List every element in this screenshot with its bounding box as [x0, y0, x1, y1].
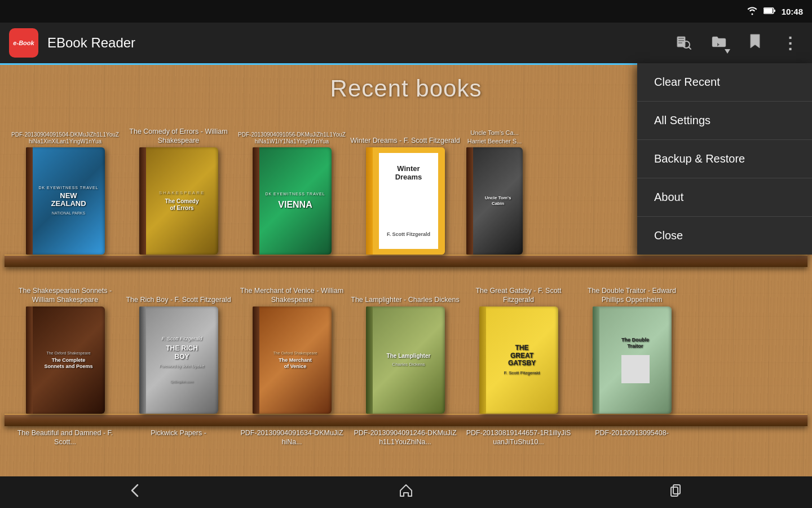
bookmark-button[interactable] [742, 28, 769, 58]
book-title: Pickwick Papers - [123, 426, 233, 437]
book-cover: The DoubleTraitor [593, 306, 672, 414]
book-cover: The Oxford Shakespeare The CompleteSonne… [26, 306, 105, 414]
book-title: The Rich Boy - F. Scott Fitzgerald [126, 277, 231, 306]
recents-button[interactable] [646, 478, 707, 506]
app-bar: e-Book EBook Reader ⋮ [0, 23, 812, 63]
book-title: The Comedy of Errors - William Shakespea… [123, 118, 233, 147]
wifi-icon [747, 6, 758, 17]
status-bar: 10:48 [0, 0, 812, 23]
book-cover: DK EYEWITNESS TRAVEL NEWZEALAND NATIONAL… [26, 147, 105, 255]
book-item[interactable]: PDF-20130904091056-DKMuJiZh1L1YouZhiNa1W… [237, 118, 347, 255]
shelf-board-1 [5, 255, 807, 267]
menu-item-all-settings[interactable]: All Settings [637, 102, 812, 140]
home-button[interactable] [376, 478, 436, 506]
book-cover: WinterDreams F. Scott Fitzgerald [366, 147, 445, 255]
book-cover: SHAKESPEARE The Comedyof Errors [139, 147, 218, 255]
book-title: Uncle Tom's Ca... Harriet Beecher S... [464, 118, 526, 147]
book-cover: DK EYEWITNESS TRAVEL VIENNA [253, 147, 332, 255]
book-cover: Uncle Tom'sCabin [466, 147, 523, 255]
book-title: PDF-20130904091246-DKMuJiZh1L1YouZhiNa..… [350, 426, 460, 447]
menu-item-backup-restore[interactable]: Backup & Restore [637, 140, 812, 178]
book-cover: THEGREATGATSBY F. Scott Fitzgerald [479, 306, 558, 414]
menu-item-about[interactable]: About [637, 178, 812, 217]
book-item[interactable]: The Great Gatsby - F. Scott Fitzgerald T… [464, 277, 573, 414]
svg-rect-6 [678, 42, 682, 43]
shelf-2: The Shakespearian Sonnets - William Shak… [0, 267, 812, 426]
book-title: The Great Gatsby - F. Scott Fitzgerald [464, 277, 573, 306]
bottom-navigation [0, 476, 812, 508]
book-title: PDF-20130904091634-DKMuJiZhiNa... [237, 426, 347, 447]
book-cover: The Lamplighter Charles Dickens [366, 306, 445, 414]
menu-item-clear-recent[interactable]: Clear Recent [637, 63, 812, 102]
book-title: The Merchant of Venice - William Shakesp… [237, 277, 347, 306]
book-title: The Double Traitor - Edward Phillips Opp… [577, 277, 687, 306]
book-item[interactable]: PDF-20130904091504-DKMuJiZh1L1YouZhiNa1X… [10, 118, 120, 255]
book-item[interactable]: The Shakespearian Sonnets - William Shak… [10, 277, 120, 414]
book-item[interactable]: Uncle Tom's Ca... Harriet Beecher S... U… [464, 118, 526, 255]
svg-rect-11 [671, 487, 678, 496]
clock-display: 10:48 [782, 7, 803, 16]
book-item[interactable]: The Lamplighter - Charles Dickens The La… [350, 277, 460, 414]
book-title: PDF-20130819144657-1R1illyJiSuanJiTuShu1… [464, 426, 573, 447]
book-item[interactable]: Winter Dreams - F. Scott Fitzgerald Wint… [350, 118, 460, 255]
search-button[interactable] [669, 28, 696, 58]
book-item[interactable]: The Double Traitor - Edward Phillips Opp… [577, 277, 687, 414]
book-title: PDF-20130904091056-DKMuJiZh1L1YouZhiNa1W… [237, 118, 347, 147]
app-title: EBook Reader [47, 35, 660, 51]
shelf-2-books: The Shakespearian Sonnets - William Shak… [5, 267, 807, 414]
book-cover: F. Scott Fitzgerald THE RICHBOY Foreword… [139, 306, 218, 414]
back-button[interactable] [105, 478, 166, 506]
book-title: Winter Dreams - F. Scott Fitzgerald [350, 118, 460, 147]
menu-item-close[interactable]: Close [637, 217, 812, 255]
svg-rect-1 [764, 8, 773, 13]
folder-button[interactable] [705, 28, 732, 58]
book-title: The Shakespearian Sonnets - William Shak… [10, 277, 120, 306]
svg-rect-4 [678, 38, 684, 39]
book-item[interactable]: The Comedy of Errors - William Shakespea… [123, 118, 233, 255]
book-title: PDF-20130904091504-DKMuJiZh1L1YouZhiNa1X… [10, 118, 120, 147]
svg-marker-10 [725, 49, 730, 54]
book-title: The Beautiful and Damned - F. Scott... [10, 426, 120, 447]
more-options-button[interactable]: ⋮ [778, 29, 803, 57]
book-item[interactable]: The Rich Boy - F. Scott Fitzgerald F. Sc… [123, 277, 233, 414]
svg-rect-2 [774, 10, 775, 12]
shelf-board-2 [5, 414, 807, 426]
svg-rect-12 [673, 485, 680, 494]
shelf-3-books: The Beautiful and Damned - F. Scott... P… [5, 426, 807, 448]
book-title: PDF-20120913095408- [577, 426, 687, 437]
book-item[interactable]: The Merchant of Venice - William Shakesp… [237, 277, 347, 414]
dropdown-menu: Clear Recent All Settings Backup & Resto… [637, 63, 812, 255]
shelf-3: The Beautiful and Damned - F. Scott... P… [0, 426, 812, 448]
app-logo: e-Book [9, 28, 38, 58]
book-cover: The Oxford Shakespeare The Merchantof Ve… [253, 306, 332, 414]
svg-rect-5 [678, 40, 684, 41]
svg-line-8 [689, 47, 691, 50]
book-title: The Lamplighter - Charles Dickens [351, 277, 459, 306]
battery-icon [764, 7, 776, 16]
